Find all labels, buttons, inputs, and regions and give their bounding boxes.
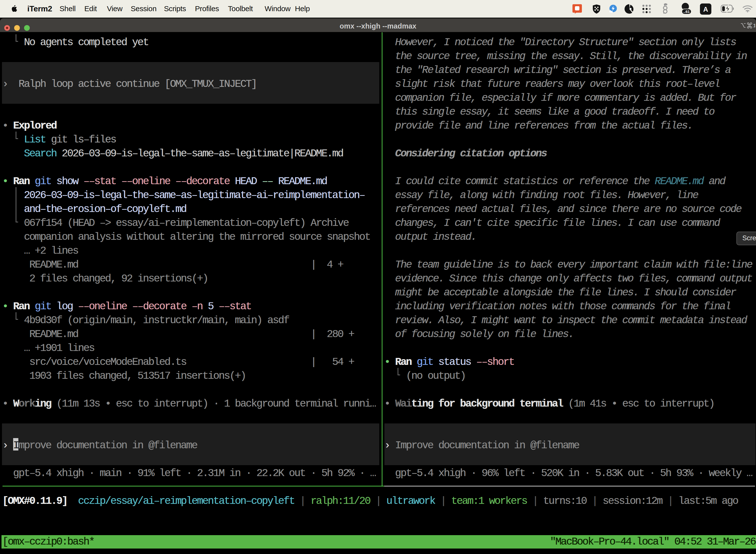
svg-text:..61: ..61 bbox=[683, 9, 690, 14]
svg-text:1: 1 bbox=[753, 22, 755, 28]
svg-text:A: A bbox=[703, 6, 708, 13]
